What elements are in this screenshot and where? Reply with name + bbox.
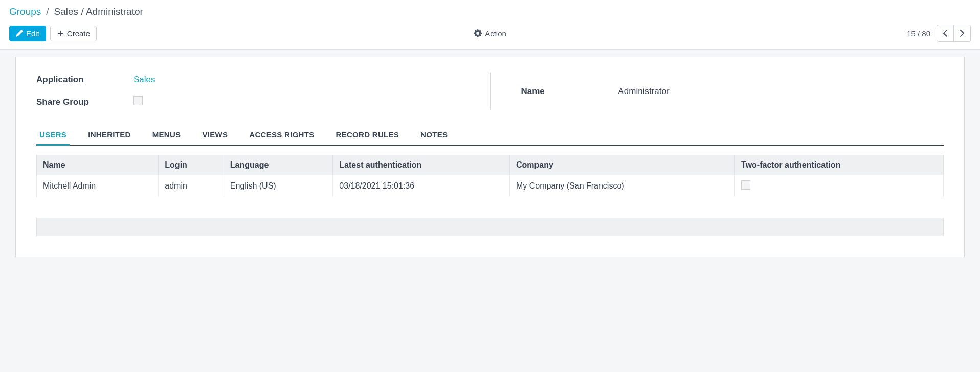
- cell-language: English (US): [224, 175, 333, 197]
- col-name[interactable]: Name: [37, 155, 159, 175]
- tab-record-rules[interactable]: RECORD RULES: [333, 125, 403, 146]
- table-row[interactable]: Mitchell Admin admin English (US) 03/18/…: [37, 175, 944, 197]
- col-two-factor[interactable]: Two-factor authentication: [735, 155, 944, 175]
- pager-total: 80: [922, 29, 930, 38]
- pager-next-button[interactable]: [953, 25, 971, 42]
- tabs: USERS INHERITED MENUS VIEWS ACCESS RIGHT…: [36, 125, 944, 146]
- users-table: Name Login Language Latest authenticatio…: [36, 155, 944, 197]
- plus-icon: [57, 30, 64, 37]
- pager-value[interactable]: 15 / 80: [907, 29, 930, 38]
- col-language[interactable]: Language: [224, 155, 333, 175]
- action-dropdown-label: Action: [485, 29, 506, 38]
- create-button-label: Create: [67, 29, 90, 38]
- tab-inherited[interactable]: INHERITED: [85, 125, 134, 146]
- application-label: Application: [36, 75, 133, 85]
- table-footer-bar: [36, 218, 944, 236]
- tab-menus[interactable]: MENUS: [149, 125, 184, 146]
- create-button[interactable]: Create: [50, 26, 97, 41]
- edit-button[interactable]: Edit: [9, 26, 46, 41]
- name-label: Name: [521, 86, 618, 97]
- tab-users[interactable]: USERS: [36, 125, 70, 146]
- cell-login: admin: [159, 175, 224, 197]
- cell-company: My Company (San Francisco): [510, 175, 735, 197]
- action-dropdown[interactable]: Action: [474, 29, 506, 38]
- breadcrumb-separator: /: [46, 6, 49, 17]
- cell-latest-auth: 03/18/2021 15:01:36: [333, 175, 510, 197]
- cell-name: Mitchell Admin: [37, 175, 159, 197]
- chevron-left-icon: [941, 29, 949, 37]
- form-sheet: Application Sales Share Group Name Admin…: [15, 57, 965, 257]
- gear-icon: [474, 29, 482, 37]
- chevron-right-icon: [958, 29, 966, 37]
- cell-two-factor: [735, 175, 944, 197]
- name-value: Administrator: [618, 84, 944, 99]
- edit-button-label: Edit: [26, 29, 39, 38]
- table-header-row: Name Login Language Latest authenticatio…: [37, 155, 944, 175]
- share-group-label: Share Group: [36, 97, 133, 107]
- tab-access-rights[interactable]: ACCESS RIGHTS: [246, 125, 317, 146]
- pager-prev-button[interactable]: [937, 25, 954, 42]
- col-latest-auth[interactable]: Latest authentication: [333, 155, 510, 175]
- tab-notes[interactable]: NOTES: [417, 125, 451, 146]
- col-company[interactable]: Company: [510, 155, 735, 175]
- two-factor-checkbox: [741, 180, 750, 190]
- tab-views[interactable]: VIEWS: [199, 125, 231, 146]
- share-group-checkbox: [133, 96, 143, 105]
- pager-current: 15: [907, 29, 916, 38]
- vertical-divider: [490, 73, 491, 110]
- breadcrumb: Groups / Sales / Administrator: [9, 6, 971, 17]
- breadcrumb-current: Sales / Administrator: [54, 6, 143, 17]
- pencil-icon: [16, 30, 23, 37]
- col-login[interactable]: Login: [159, 155, 224, 175]
- breadcrumb-root[interactable]: Groups: [9, 6, 41, 17]
- application-value[interactable]: Sales: [133, 73, 459, 87]
